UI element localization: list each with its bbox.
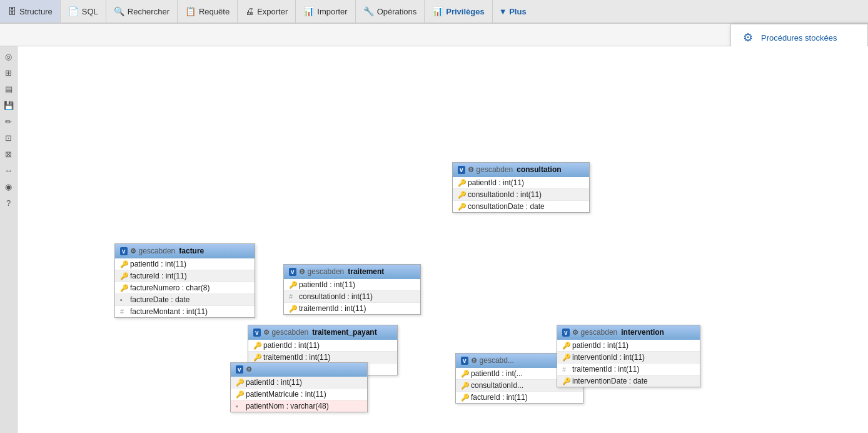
nav-requete-label: Requête [199, 7, 230, 16]
nav-plus[interactable]: ▼ Plus [493, 0, 533, 23]
exporter-icon: 🖨 [245, 6, 254, 16]
nav-structure-label: Structure [19, 7, 53, 16]
nav-rechercher-label: Rechercher [128, 7, 169, 16]
dropdown-stored-procedures-label: Procédures stockées [761, 33, 837, 43]
navbar: 🗄 Structure 📄 SQL 🔍 Rechercher 📋 Requête… [0, 0, 868, 24]
nav-exporter[interactable]: 🖨 Exporter [238, 0, 296, 23]
nav-exporter-label: Exporter [257, 7, 288, 16]
sql-icon: 📄 [68, 6, 79, 16]
nav-privileges[interactable]: 📊 Privilèges [425, 0, 492, 23]
nav-importer[interactable]: 📊 Importer [296, 0, 355, 23]
nav-requete[interactable]: 📋 Requête [178, 0, 238, 23]
nav-sql-label: SQL [82, 7, 98, 16]
nav-privileges-label: Privilèges [446, 7, 484, 16]
privileges-icon: 📊 [432, 6, 443, 16]
importer-icon: 📊 [303, 6, 314, 16]
nav-rechercher[interactable]: 🔍 Rechercher [106, 0, 178, 23]
structure-icon: 🗄 [8, 6, 16, 16]
dropdown-stored-procedures[interactable]: ⚙ Procédures stockées [731, 24, 867, 46]
nav-sql[interactable]: 📄 SQL [61, 0, 106, 23]
operations-icon: 🔧 [363, 6, 374, 16]
nav-plus-label: ▼ Plus [499, 7, 527, 16]
requete-icon: 📋 [185, 6, 196, 16]
rechercher-icon: 🔍 [114, 6, 124, 16]
nav-operations-label: Opérations [377, 7, 417, 16]
nav-importer-label: Importer [317, 7, 347, 16]
nav-structure[interactable]: 🗄 Structure [0, 0, 61, 23]
nav-operations[interactable]: 🔧 Opérations [356, 0, 425, 23]
dropdown-menu: ⚙ Procédures stockées 🕐 Évènements ⚙ Déc… [730, 24, 868, 46]
stored-proc-icon: ⚙ [741, 31, 755, 44]
